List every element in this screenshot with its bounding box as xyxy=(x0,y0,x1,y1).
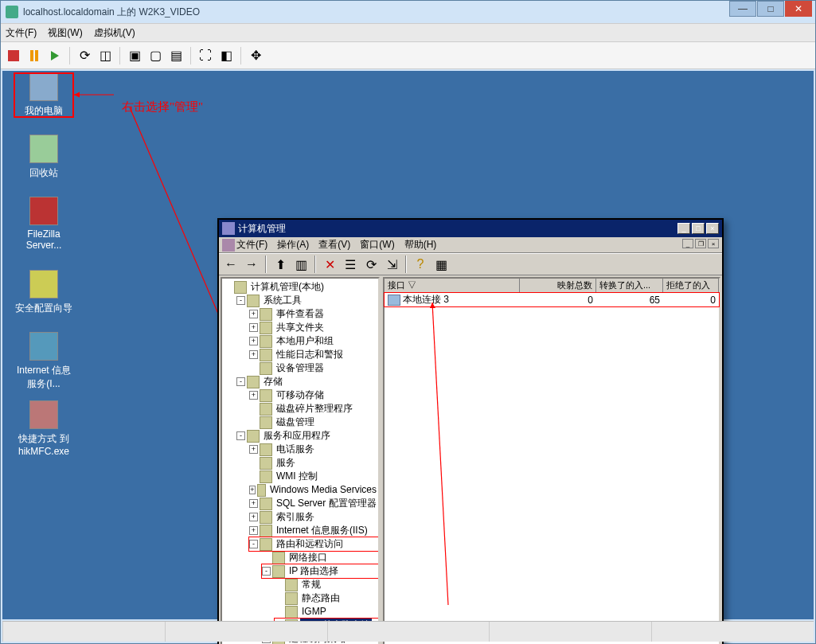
expander[interactable]: + xyxy=(249,391,258,400)
desktop-icon-my-computer[interactable]: 我的电脑 xyxy=(14,72,74,118)
menu-file[interactable]: 文件(F) xyxy=(236,238,267,252)
tree-systools[interactable]: 系统工具 xyxy=(262,294,303,307)
tree-shared[interactable]: 共享文件夹 xyxy=(275,321,326,334)
expander[interactable]: + xyxy=(249,499,258,508)
tree-wms[interactable]: Windows Media Services xyxy=(268,483,378,497)
list-row[interactable]: 本地连接 3 0 65 0 xyxy=(385,293,719,306)
snap-revert-icon[interactable]: ▢ xyxy=(147,48,163,64)
tree-storage[interactable]: 存储 xyxy=(262,375,284,388)
desktop-icon-hikmfc[interactable]: 快捷方式 到 hikMFC.exe xyxy=(14,400,74,457)
tree-general[interactable]: 常规 xyxy=(300,578,322,591)
pause-icon[interactable] xyxy=(26,48,42,64)
grab-icon[interactable]: ✥ xyxy=(248,48,264,64)
col-rejected[interactable]: 拒绝了的入 xyxy=(663,279,719,292)
expander[interactable]: + xyxy=(249,513,258,521)
desktop-icon-iis[interactable]: Internet 信息服务(I... xyxy=(14,332,74,391)
fullscreen-icon[interactable]: ⛶ xyxy=(197,48,213,64)
tree-igmp[interactable]: IGMP xyxy=(300,605,328,619)
stop-icon[interactable] xyxy=(6,48,21,64)
tree-indexing[interactable]: 索引服务 xyxy=(275,510,316,524)
close-button[interactable]: ✕ xyxy=(785,1,812,17)
tree-eventviewer[interactable]: 事件查看器 xyxy=(275,307,326,321)
expander[interactable]: + xyxy=(249,310,258,318)
tree-services-apps[interactable]: 服务和应用程序 xyxy=(262,429,332,443)
desktop-icon-recycle-bin[interactable]: 回收站 xyxy=(14,135,74,180)
mmc-close[interactable]: × xyxy=(706,223,719,234)
snap-mgr-icon[interactable]: ▤ xyxy=(168,48,184,64)
expander[interactable]: + xyxy=(249,350,258,359)
forward-icon[interactable]: → xyxy=(243,256,260,273)
tree-removable[interactable]: 可移动存储 xyxy=(275,388,326,402)
desktop-icon-sec-wizard[interactable]: 安全配置向导 xyxy=(14,270,74,315)
properties-icon[interactable]: ☰ xyxy=(342,256,359,273)
list-pane[interactable]: 接口 ▽ 映射总数 转换了的入... 拒绝了的入 本地连接 3 0 65 0 xyxy=(383,277,720,644)
col-translated[interactable]: 转换了的入... xyxy=(596,279,663,292)
export-icon[interactable]: ⇲ xyxy=(383,256,400,273)
tree-pane[interactable]: 计算机管理(本地) -系统工具 +事件查看器 +共享文件夹 +本地用户和组 +性… xyxy=(221,277,380,644)
tree-iis[interactable]: Internet 信息服务(IIS) xyxy=(275,524,369,537)
menu-view[interactable]: 视图(W) xyxy=(48,26,82,40)
expander[interactable]: - xyxy=(236,377,245,386)
mmc-maximize[interactable]: □ xyxy=(692,223,705,234)
expander[interactable]: - xyxy=(262,567,271,576)
expander[interactable]: + xyxy=(249,445,258,454)
extra-icon[interactable]: ▦ xyxy=(432,256,450,273)
menu-view[interactable]: 查看(V) xyxy=(318,238,350,252)
unity-icon[interactable]: ◧ xyxy=(218,48,234,64)
maximize-button[interactable]: □ xyxy=(757,1,784,17)
tree-diskmgmt[interactable]: 磁盘管理 xyxy=(275,416,316,429)
tree-root[interactable]: 计算机管理(本地) xyxy=(249,280,326,294)
guest-desktop[interactable]: 我的电脑 回收站 FileZilla Server... 安全配置向导 Inte… xyxy=(2,71,814,619)
mmc-minimize[interactable]: _ xyxy=(677,223,690,234)
tree-perflogs[interactable]: 性能日志和警报 xyxy=(275,348,345,361)
tree-wmi[interactable]: WMI 控制 xyxy=(275,470,319,483)
col-mappings[interactable]: 映射总数 xyxy=(520,279,596,292)
help-icon[interactable]: ? xyxy=(412,256,429,273)
expander[interactable]: + xyxy=(249,486,256,494)
menu-file[interactable]: 文件(F) xyxy=(6,26,37,40)
mmc-titlebar[interactable]: 计算机管理 _ □ × xyxy=(219,220,722,237)
mdi-close[interactable]: × xyxy=(708,239,719,248)
tree-rras[interactable]: 路由和远程访问 xyxy=(275,537,345,551)
shared-icon xyxy=(260,322,272,334)
mdi-minimize[interactable]: _ xyxy=(682,239,693,248)
filezilla-icon xyxy=(29,197,58,225)
up-icon[interactable]: ⬆ xyxy=(271,256,289,273)
expander[interactable]: + xyxy=(249,323,258,332)
reset-icon[interactable]: ⟳ xyxy=(76,48,92,64)
minimize-button[interactable]: — xyxy=(729,1,756,17)
desktop-icon-filezilla[interactable]: FileZilla Server... xyxy=(14,197,74,251)
back-icon[interactable]: ← xyxy=(222,256,240,273)
col-interface[interactable]: 接口 ▽ xyxy=(385,279,520,292)
snapshot-icon[interactable]: ◫ xyxy=(97,48,113,64)
menu-help[interactable]: 帮助(H) xyxy=(404,238,437,252)
expander[interactable]: - xyxy=(249,540,258,548)
expander[interactable]: - xyxy=(236,296,245,305)
delete-icon[interactable]: ✕ xyxy=(321,256,338,273)
column-headers[interactable]: 接口 ▽ 映射总数 转换了的入... 拒绝了的入 xyxy=(385,279,719,293)
mmc-window[interactable]: 计算机管理 _ □ × 文件(F) 操作(A) 查看(V) 窗口(W) 帮助(H… xyxy=(217,218,724,644)
tree-static[interactable]: 静态路由 xyxy=(300,591,342,605)
tree-netif[interactable]: 网络接口 xyxy=(287,551,329,564)
expander[interactable]: + xyxy=(249,337,258,345)
tree-devmgr[interactable]: 设备管理器 xyxy=(275,361,326,375)
menu-window[interactable]: 窗口(W) xyxy=(360,238,394,252)
removable-icon xyxy=(260,389,272,402)
tree-services[interactable]: 服务 xyxy=(275,456,297,470)
play-icon[interactable] xyxy=(47,48,63,64)
mdi-restore[interactable]: ❐ xyxy=(695,239,706,248)
tree-telephony[interactable]: 电话服务 xyxy=(275,443,316,456)
tree-sqlserver[interactable]: SQL Server 配置管理器 xyxy=(275,497,378,510)
snap-take-icon[interactable]: ▣ xyxy=(127,48,143,64)
refresh-icon[interactable]: ⟳ xyxy=(362,256,380,273)
indexing-icon xyxy=(260,511,272,524)
win7-titlebar[interactable]: localhost.localdomain 上的 W2K3_VIDEO — □ … xyxy=(1,1,815,23)
tree-iprouting[interactable]: IP 路由选择 xyxy=(287,564,340,578)
show-hide-tree-icon[interactable]: ▥ xyxy=(292,256,310,273)
tree-defrag[interactable]: 磁盘碎片整理程序 xyxy=(275,402,354,416)
expander[interactable]: - xyxy=(236,431,245,440)
tree-localusers[interactable]: 本地用户和组 xyxy=(275,334,335,348)
menu-vm[interactable]: 虚拟机(V) xyxy=(94,26,135,40)
menu-action[interactable]: 操作(A) xyxy=(277,238,309,252)
expander[interactable]: + xyxy=(249,526,258,535)
